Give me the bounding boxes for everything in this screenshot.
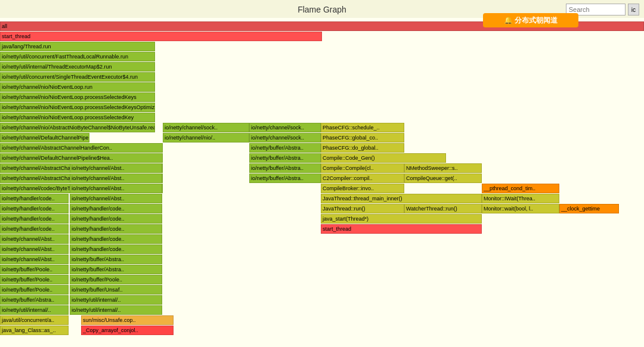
flame-frame-handler_code_r2[interactable]: io/netty/handler/code.. xyxy=(70,234,162,244)
flame-frame-Compile_Compile[interactable]: Compile::Compile(cl.. xyxy=(321,163,404,173)
flame-frame-NMethodSweeper[interactable]: NMethodSweeper::s.. xyxy=(404,163,482,173)
flame-frame-handler_code_r5[interactable]: io/netty/handler/code.. xyxy=(70,204,162,213)
flame-frame-channel_abst4[interactable]: io/netty/channel/Abst.. xyxy=(70,163,162,173)
watermark: 🔔 分布式朝闻道 xyxy=(483,13,578,27)
flame-frame-io_internal1[interactable]: io/netty/util/internal/.. xyxy=(70,305,162,315)
flame-frame-NioEventLoop_run[interactable]: io/netty/channel/nio/NioEventLoop.run xyxy=(0,82,155,92)
flame-frame-processSelectedKey[interactable]: io/netty/channel/nio/NioEventLoop.proces… xyxy=(0,113,155,122)
flame-frame-buffer_abstra1[interactable]: io/netty/buffer/Abstra.. xyxy=(0,295,69,305)
flame-frame-io_internal_unsafe[interactable]: io/netty/buffer/Unsaf.. xyxy=(70,285,162,295)
flame-frame-CompileBroker_inv[interactable]: CompileBroker::invo.. xyxy=(321,184,404,193)
flame-frame-buffer_abstra_r2[interactable]: io/netty/buffer/Abstra.. xyxy=(70,265,162,274)
flame-frame-java_start[interactable]: java_start(Thread*) xyxy=(321,214,482,224)
flame-frame-buf_abstra_mid4[interactable]: io/netty/buffer/Abstra.. xyxy=(249,174,321,183)
flame-frame-copy_arrayof[interactable]: _Copy_arrayof_conjol.. xyxy=(81,326,174,335)
flame-frame-concurrent_a1[interactable]: java/util/concurrent/a.. xyxy=(0,315,69,325)
flame-frame-buf_abstra_mid1[interactable]: io/netty/buffer/Abstra.. xyxy=(249,143,321,153)
flame-frame-SingleThreadEventExecutor4[interactable]: io/netty/util/concurrent/SingleThreadEve… xyxy=(0,72,155,82)
flame-frame-clock_gettime[interactable]: __clock_gettime xyxy=(559,204,619,213)
flame-frame-NioByteUnsafe_read[interactable]: io/netty/channel/nio/AbstractNioByteChan… xyxy=(0,123,155,132)
flame-frame-processSelectedKeysOptimized[interactable]: io/netty/channel/nio/NioEventLoop.proces… xyxy=(0,103,155,112)
flame-frame-start_thread2[interactable]: start_thread xyxy=(321,224,482,234)
flame-frame-AbsChanHandlerCon1[interactable]: io/netty/channel/AbstractChannelHandlerC… xyxy=(0,143,163,153)
flame-frame-handler_code_r4[interactable]: io/netty/handler/code.. xyxy=(70,214,162,224)
flame-frame-sock2[interactable]: io/netty/channel/nio/.. xyxy=(163,133,249,142)
flame-frame-channel_abst2[interactable]: io/netty/channel/Abst.. xyxy=(70,184,162,193)
flame-frame-Monitor_IWait[interactable]: Monitor::IWait(Threa.. xyxy=(482,194,559,203)
flame-frame-PhaseCFG_do[interactable]: PhaseCFG::do_global.. xyxy=(321,143,404,153)
flame-frame-processSelectedKeys[interactable]: io/netty/channel/nio/NioEventLoop.proces… xyxy=(0,92,155,102)
flame-frame-Code_Gen[interactable]: Compile::Code_Gen() xyxy=(321,153,446,163)
flame-frame-handler_code_r1[interactable]: io/netty/handler/code.. xyxy=(70,244,162,254)
flame-graph-container: allstart_threadjava/lang/Thread.runio/ne… xyxy=(0,18,644,347)
flame-frame-buffer_poole_r2[interactable]: io/netty/buffer/Poole.. xyxy=(70,275,162,284)
flame-frame-handler_code3[interactable]: io/netty/handler/code.. xyxy=(0,214,69,224)
flame-frame-CompileQueue[interactable]: CompileQueue::get(.. xyxy=(404,174,482,183)
flame-frame-buffer_abstra_r3[interactable]: io/netty/buffer/Abstra.. xyxy=(70,255,162,264)
flame-frame-handler_code1[interactable]: io/netty/handler/code.. xyxy=(0,194,69,203)
flame-frame-buffer_poole3[interactable]: io/netty/buffer/Poole.. xyxy=(0,285,69,295)
flame-frame-abstra2[interactable]: io/netty/channel/Abst.. xyxy=(0,244,69,254)
flame-frame-PhaseCFG_global[interactable]: PhaseCFG::global_co.. xyxy=(321,133,404,142)
search-button[interactable]: ic xyxy=(628,4,639,16)
flame-frame-WatcherThread_run[interactable]: WatcherThread::run() xyxy=(404,204,482,213)
flame-frame-Monitor_wait[interactable]: Monitor::wait(bool, l.. xyxy=(482,204,559,213)
flame-frame-java_lang_Thread_run[interactable]: java/lang/Thread.run xyxy=(0,42,155,51)
flame-frame-PhaseCFG_schedule[interactable]: PhaseCFG::schedule_.. xyxy=(321,123,404,132)
flame-frame-channel_abst1[interactable]: io/netty/channel/Abst.. xyxy=(70,194,162,203)
flame-frame-handler_code2[interactable]: io/netty/handler/code.. xyxy=(0,204,69,213)
flame-frame-JavaThread_run[interactable]: JavaThread::run() xyxy=(321,204,404,213)
flame-frame-ThreadExecutorMap2[interactable]: io/netty/util/internal/ThreadExecutorMap… xyxy=(0,62,155,72)
flame-frame-start_thread[interactable]: start_thread xyxy=(0,32,322,41)
flame-frame-abstra1[interactable]: io/netty/channel/Abst.. xyxy=(0,234,69,244)
flame-frame-internal_unsafe[interactable]: io/netty/util/internal/.. xyxy=(0,305,69,315)
flame-frame-channel_abst3[interactable]: io/netty/channel/Abst.. xyxy=(70,174,162,183)
flame-frame-sock1[interactable]: io/netty/channel/sock.. xyxy=(163,123,249,132)
flame-frame-java_lang_class[interactable]: java_lang_Class::as_.. xyxy=(0,326,69,335)
flame-frame-FastThreadLocalRunnable[interactable]: io/netty/util/concurrent/FastThreadLocal… xyxy=(0,52,155,61)
flame-frame-abstra3[interactable]: io/netty/channel/Abst.. xyxy=(0,255,69,264)
flame-frame-DefaultChannelPipeline[interactable]: io/netty/channel/DefaultChannelPipeline$… xyxy=(0,153,163,163)
flame-frame-sock_r1[interactable]: io/netty/channel/sock.. xyxy=(249,123,321,132)
flame-frame-buf_abstra_mid3[interactable]: io/netty/buffer/Abstra.. xyxy=(249,163,321,173)
flame-frame-JavaThread_thread_main[interactable]: JavaThread::thread_main_inner() xyxy=(321,194,482,203)
flame-frame-buffer_poole2[interactable]: io/netty/buffer/Poole.. xyxy=(0,275,69,284)
flame-frame-io_internal2[interactable]: io/netty/util/internal/.. xyxy=(70,295,162,305)
flame-frame-C2Compiler[interactable]: C2Compiler::compil.. xyxy=(321,174,404,183)
flame-frame-sock_r2[interactable]: io/netty/channel/sock.. xyxy=(249,133,321,142)
flame-frame-buffer_poole1[interactable]: io/netty/buffer/Poole.. xyxy=(0,265,69,274)
flame-frame-buf_abstra_mid2[interactable]: io/netty/buffer/Abstra.. xyxy=(249,153,321,163)
flame-frame-fireChannelRead[interactable]: io/netty/channel/DefaultChannelPipeline.… xyxy=(0,133,89,142)
flame-frame-pthread_cond_tim[interactable]: __pthread_cond_tim.. xyxy=(482,184,559,193)
flame-frame-handler_code_r3[interactable]: io/netty/handler/code.. xyxy=(70,224,162,234)
flame-frame-sun_unsafe[interactable]: sun/misc/Unsafe.cop.. xyxy=(81,315,174,325)
flame-frame-handler_code4[interactable]: io/netty/handler/code.. xyxy=(0,224,69,234)
